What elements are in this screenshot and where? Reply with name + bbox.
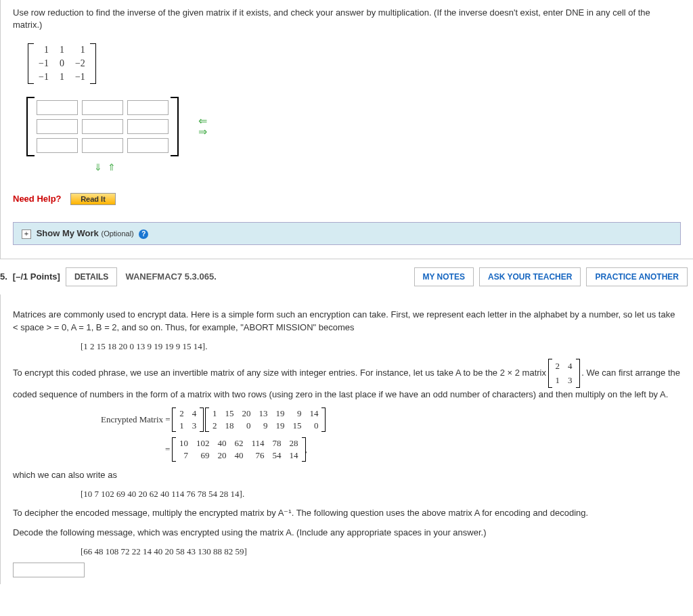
my-notes-button[interactable]: MY NOTES (414, 267, 474, 286)
q5-para2: To encrypt this coded phrase, we use an … (13, 359, 681, 401)
col-arrows[interactable]: ⇐ ⇒ (198, 116, 207, 137)
arrow-down-icon[interactable]: ⇓ (94, 162, 104, 173)
answer-matrix (33, 97, 172, 156)
question-number: 5. (0, 271, 7, 282)
given-matrix: 111 −10−2 −11−1 (33, 43, 91, 84)
matrix-cell-2-0[interactable] (37, 138, 78, 153)
matrix-cell-0-0[interactable] (37, 100, 78, 115)
matrix-cell-0-2[interactable] (127, 100, 169, 115)
arrow-left-icon[interactable]: ⇐ (198, 116, 207, 127)
q5-para1: Matrices are commonly used to encrypt da… (13, 308, 681, 334)
ask-teacher-button[interactable]: ASK YOUR TEACHER (479, 267, 581, 286)
details-button[interactable]: DETAILS (66, 267, 117, 286)
q5-para5: Decode the following message, which was … (13, 526, 681, 540)
need-help-label: Need Help? (13, 194, 62, 204)
q4-instructions: Use row reduction to find the inverse of… (13, 7, 681, 31)
row-arrows[interactable]: ⇓ ⇑ (94, 162, 681, 173)
matrix-cell-1-0[interactable] (37, 119, 78, 134)
coded-sequence-3: [66 48 108 72 22 14 40 20 58 43 130 88 8… (81, 546, 681, 557)
arrow-right-icon[interactable]: ⇒ (198, 127, 207, 137)
optional-label: (Optional) (101, 229, 133, 238)
matrix-A-inline: 24 13 (552, 359, 577, 388)
decode-answer-input[interactable] (13, 563, 85, 577)
matrix-cell-0-1[interactable] (82, 100, 123, 115)
enc-matrix-msg: 115201319914 2180919150 (208, 408, 323, 432)
matrix-cell-1-2[interactable] (127, 119, 169, 134)
matrix-cell-1-1[interactable] (82, 119, 123, 134)
encrypted-matrix-result: = 1010240621147828 7692040765414 , (165, 437, 681, 462)
matrix-cell-2-2[interactable] (127, 138, 169, 153)
expand-icon[interactable]: + (22, 229, 31, 239)
matrix-cell-2-1[interactable] (82, 138, 123, 153)
enc-matrix-A: 24 13 (175, 408, 200, 432)
read-it-button[interactable]: Read It (70, 193, 116, 205)
question-points: [–/1 Points] (13, 271, 60, 282)
q5-para3: which we can also write as (13, 468, 681, 482)
help-icon[interactable]: ? (139, 229, 148, 239)
enc-matrix-result: 1010240621147828 7692040765414 (175, 437, 303, 462)
show-my-work-label: Show My Work (37, 228, 99, 238)
show-my-work-bar[interactable]: + Show My Work (Optional) ? (13, 222, 681, 245)
coded-sequence-2: [10 7 102 69 40 20 62 40 114 76 78 54 28… (81, 489, 681, 500)
q5-para4: To decipher the encoded message, multipl… (13, 506, 681, 520)
encrypted-matrix-equation: Encrypted Matrix = 24 13 115201319914 21… (101, 408, 681, 432)
practice-another-button[interactable]: PRACTICE ANOTHER (586, 267, 688, 286)
arrow-up-icon[interactable]: ⇑ (108, 162, 117, 173)
coded-sequence-1: [1 2 15 18 20 0 13 9 19 19 9 15 14]. (81, 341, 681, 352)
book-reference: WANEFMAC7 5.3.065. (125, 271, 216, 282)
